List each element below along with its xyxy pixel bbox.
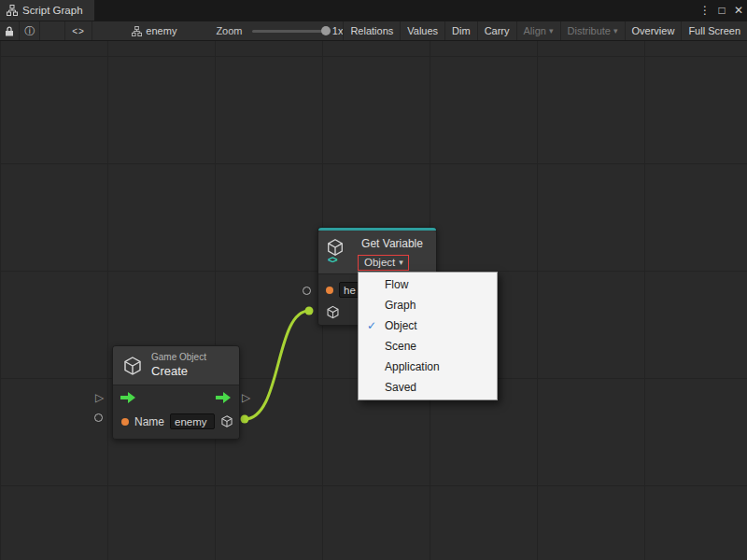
maximize-button[interactable]: □ [713,4,730,17]
menu-item-label: Flow [385,278,408,291]
variable-name-port-icon[interactable] [326,287,333,294]
align-button[interactable]: Align ▾ [516,21,560,40]
menu-item-graph[interactable]: Graph [359,295,497,315]
object-input-cube-icon[interactable] [326,305,340,319]
align-label: Align [524,25,546,36]
menu-item-flow[interactable]: Flow [359,274,497,295]
tab-script-graph[interactable]: Script Graph [0,0,94,21]
graph-toolbar: ⓘ <> enemy Zoom 1x Relations Values [0,21,747,41]
get-variable-header[interactable]: <> Get Variable Object ▾ [318,231,436,274]
graph-canvas[interactable]: Game Object Create Name [0,41,747,560]
check-icon: ✓ [359,319,385,332]
create-name-row: Name [113,413,239,429]
carry-button[interactable]: Carry [477,21,516,40]
graph-name: enemy [146,25,176,36]
toolbar-buttons: Relations Values Dim Carry Align ▾ Distr… [343,21,747,40]
code-icon: <> [72,26,85,36]
info-button[interactable]: ⓘ [20,21,39,40]
graph-reference[interactable]: enemy [132,25,176,36]
menu-item-scene[interactable]: Scene [359,336,497,357]
menu-item-saved[interactable]: Saved [359,377,497,398]
variable-object-row [326,305,340,323]
name-port-icon[interactable] [121,418,129,426]
create-node-titles: Game Object Create [151,352,206,379]
zoom-slider-handle[interactable] [321,26,331,35]
get-variable-title: Get Variable [350,237,434,250]
zoom-label: Zoom [216,25,242,36]
fullscreen-label: Full Screen [688,25,740,36]
variable-kind-dropdown[interactable]: Object ▾ [358,255,409,271]
create-node[interactable]: Game Object Create Name [112,345,240,440]
create-node-title: Create [151,364,206,379]
zoom-slider[interactable] [252,30,325,33]
distribute-label: Distribute [568,25,611,36]
dim-label: Dim [452,25,471,36]
variable-code-icon: <> [328,255,337,265]
variable-kind-value: Object [364,257,395,268]
menu-item-label: Saved [385,381,416,394]
window-buttons: ⋮ □ ✕ [697,0,747,21]
dim-button[interactable]: Dim [444,21,477,40]
name-ext-port[interactable] [94,413,103,422]
menu-item-label: Scene [385,340,416,353]
script-graph-icon [7,5,18,16]
chevron-down-icon: ▾ [549,26,554,35]
flow-in-ext-port[interactable]: ▷ [95,392,104,403]
lock-icon [5,26,14,36]
create-name-input[interactable] [170,413,215,429]
close-button[interactable]: ✕ [730,4,747,17]
graph-icon [132,26,142,36]
create-flow-row [113,392,239,403]
menu-item-label: Application [385,360,440,373]
menu-item-application[interactable]: Application [359,357,497,377]
flow-out-ext-port[interactable]: ▷ [242,392,250,403]
output-cube-icon[interactable] [220,414,233,428]
flow-in-arrow-icon[interactable] [120,392,136,403]
menu-dots-button[interactable]: ⋮ [697,4,713,17]
lock-button[interactable] [0,21,20,40]
carry-label: Carry [485,25,510,36]
overview-label: Overview [632,25,675,36]
distribute-button[interactable]: Distribute ▾ [560,21,625,40]
menu-item-label: Graph [385,299,416,312]
gameobject-cube-icon [122,356,143,376]
relations-button[interactable]: Relations [343,21,400,40]
fullscreen-button[interactable]: Full Screen [681,21,747,40]
menu-item-object[interactable]: ✓ Object [359,315,497,336]
variable-kind-menu: Flow Graph ✓ Object Scene Application Sa… [358,272,498,400]
create-node-header[interactable]: Game Object Create [113,346,239,385]
create-node-supertitle: Game Object [151,352,206,364]
variable-name-ext-port[interactable] [303,287,311,295]
tab-bar: Script Graph ⋮ □ ✕ [0,0,747,21]
create-node-body: Name [113,385,239,439]
script-graph-window: Script Graph ⋮ □ ✕ ⓘ <> [0,0,747,560]
relations-label: Relations [350,25,393,36]
zoom-value: 1x [332,25,344,36]
menu-item-label: Object [385,319,417,332]
values-label: Values [407,25,438,36]
name-port-label: Name [134,415,164,428]
variable-cube-icon [326,238,345,257]
code-view-button[interactable]: <> [64,21,92,40]
chevron-down-icon: ▾ [399,258,403,267]
tab-title: Script Graph [22,5,83,16]
overview-button[interactable]: Overview [625,21,682,40]
flow-out-arrow-icon[interactable] [216,392,232,403]
values-button[interactable]: Values [400,21,444,40]
info-icon: ⓘ [24,24,35,38]
chevron-down-icon: ▾ [613,26,618,35]
